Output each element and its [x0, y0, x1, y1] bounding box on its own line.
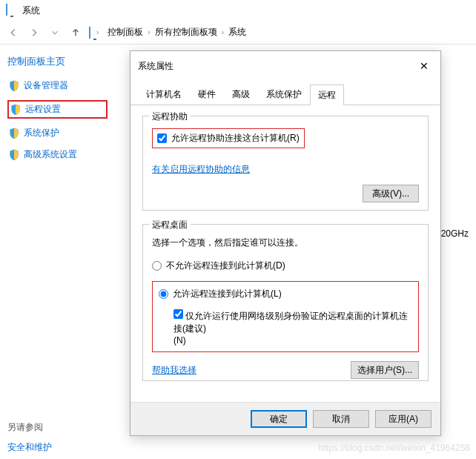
tab-4[interactable]: 远程	[310, 85, 344, 105]
dialog-title: 系统属性	[138, 60, 173, 73]
crumb-1[interactable]: 所有控制面板项	[155, 26, 217, 39]
tab-0[interactable]: 计算机名	[138, 84, 190, 105]
nav-recent-icon[interactable]	[47, 25, 62, 40]
system-properties-dialog: 系统属性 ✕ 计算机名硬件高级系统保护远程 远程协助 允许远程协助连接这台计算机…	[130, 50, 441, 436]
radio-deny[interactable]: 不允许远程连接到此计算机(D)	[152, 260, 419, 272]
allow-assist-input[interactable]	[157, 133, 167, 143]
sidebar-item-2[interactable]: 系统保护	[7, 126, 108, 140]
nav-back-icon[interactable]	[6, 25, 21, 40]
remote-assist-group: 远程协助 允许远程协助连接这台计算机(R) 有关启用远程协助的信息 高级(V).…	[142, 116, 429, 211]
nla-label-l2: (N)	[173, 335, 186, 346]
sidebar-item-3[interactable]: 高级系统设置	[7, 148, 108, 162]
tab-1[interactable]: 硬件	[190, 84, 224, 105]
breadcrumb[interactable]: 控制面板 › 所有控制面板项 › 系统	[108, 26, 246, 39]
chevron-right-icon: ›	[96, 28, 99, 36]
shield-icon	[9, 149, 19, 161]
nla-label-l1: 仅允许运行使用网络级别身份验证的远程桌面的计算机连接(建议)	[173, 311, 408, 334]
radio-deny-label: 不允许远程连接到此计算机(D)	[166, 260, 285, 272]
nla-input[interactable]	[173, 309, 183, 319]
ok-button[interactable]: 确定	[251, 410, 307, 428]
select-users-button[interactable]: 选择用户(S)...	[351, 361, 419, 379]
allow-assist-label: 允许远程协助连接这台计算机(R)	[171, 132, 300, 145]
sidebar-item-1[interactable]: 远程设置	[7, 100, 108, 119]
nla-checkbox[interactable]: 仅允许运行使用网络级别身份验证的远程桌面的计算机连接(建议) (N)	[173, 308, 412, 346]
allow-assist-checkbox[interactable]: 允许远程协助连接这台计算机(R)	[157, 132, 300, 145]
shield-icon	[9, 80, 19, 92]
crumb-2[interactable]: 系统	[228, 26, 246, 39]
see-also-link[interactable]: 安全和维护	[7, 441, 108, 454]
breadcrumb-icon	[89, 27, 90, 38]
nav-forward-icon[interactable]	[27, 25, 42, 40]
radio-deny-input[interactable]	[152, 261, 162, 271]
crumb-0[interactable]: 控制面板	[108, 26, 143, 39]
desktop-desc: 选择一个选项，然后指定谁可以连接。	[152, 237, 419, 249]
sidebar-item-0[interactable]: 设备管理器	[7, 79, 108, 93]
radio-allow-label: 允许远程连接到此计算机(L)	[173, 288, 282, 300]
tab-3[interactable]: 系统保护	[258, 84, 310, 105]
group-desktop-title: 远程桌面	[149, 219, 191, 231]
sidebar-heading: 控制面板主页	[7, 55, 108, 68]
radio-allow-input[interactable]	[159, 289, 168, 299]
system-icon	[6, 4, 18, 16]
tab-2[interactable]: 高级	[224, 84, 258, 105]
shield-icon	[9, 128, 19, 139]
assist-info-link[interactable]: 有关启用远程协助的信息	[152, 164, 250, 174]
nav-up-icon[interactable]	[68, 25, 83, 40]
close-icon[interactable]: ✕	[415, 57, 433, 75]
radio-allow[interactable]: 允许远程连接到此计算机(L)	[159, 288, 412, 300]
see-also-label: 另请参阅	[7, 421, 108, 434]
advanced-button[interactable]: 高级(V)...	[363, 185, 419, 202]
help-choose-link[interactable]: 帮助我选择	[152, 364, 196, 377]
remote-desktop-group: 远程桌面 选择一个选项，然后指定谁可以连接。 不允许远程连接到此计算机(D) 允…	[142, 224, 429, 381]
apply-button[interactable]: 应用(A)	[375, 410, 432, 428]
shield-icon	[10, 104, 21, 116]
chevron-right-icon: ›	[222, 28, 224, 36]
chevron-right-icon: ›	[148, 28, 150, 36]
cancel-button[interactable]: 取消	[313, 410, 369, 428]
window-title: 系统	[22, 4, 40, 17]
group-assist-title: 远程协助	[149, 110, 191, 123]
